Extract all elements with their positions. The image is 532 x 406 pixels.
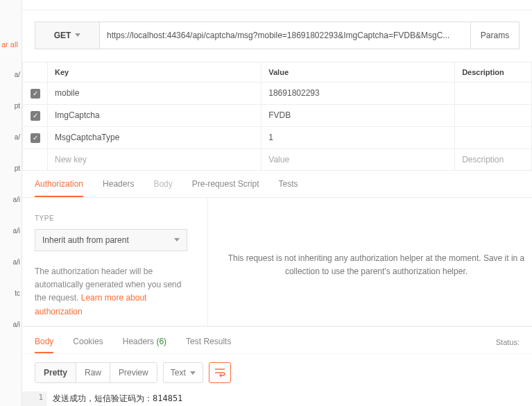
response-content[interactable]: 发送成功，短信验证码为：814851 — [47, 391, 188, 406]
auth-right-message: This request is not inheriting any autho… — [208, 198, 532, 325]
history-item[interactable]: a/i — [0, 319, 22, 330]
history-item[interactable]: pt — [0, 163, 22, 174]
checkbox[interactable]: ✓ — [31, 133, 40, 143]
tab-authorization[interactable]: Authorization — [35, 179, 83, 197]
params-table: Key Value Description ✓ mobile 186918022… — [22, 62, 532, 171]
param-value[interactable]: 1 — [261, 126, 455, 149]
auth-description: The authorization header will be automat… — [35, 265, 195, 319]
desc-header: Description — [455, 62, 532, 82]
request-tabs: Authorization Headers Body Pre-request S… — [22, 171, 532, 198]
param-key-input[interactable]: New key — [48, 149, 261, 170]
value-header: Value — [261, 62, 455, 82]
response-tabs-row: Body Cookies Headers (6) Test Results St… — [22, 326, 532, 353]
wrap-icon — [214, 368, 225, 378]
response-body: 1 发送成功，短信验证码为：814851 — [22, 391, 532, 406]
preview-button[interactable]: Preview — [110, 363, 157, 382]
method-dropdown[interactable]: GET — [35, 22, 100, 49]
history-item[interactable]: a/i — [0, 257, 22, 267]
history-item[interactable]: pt — [0, 101, 22, 111]
wrap-lines-button[interactable] — [209, 362, 231, 383]
param-row: ✓ ImgCaptcha FVDB — [23, 104, 532, 126]
key-header: Key — [48, 62, 261, 82]
auth-left: TYPE Inherit auth from parent The author… — [22, 198, 208, 325]
param-desc[interactable] — [455, 126, 532, 149]
param-key[interactable]: MsgCaptchaType — [48, 126, 261, 149]
top-row — [22, 0, 532, 10]
param-desc[interactable] — [455, 82, 532, 104]
param-desc[interactable] — [455, 104, 532, 126]
resp-tab-testresults[interactable]: Test Results — [186, 331, 231, 353]
checkbox[interactable]: ✓ — [31, 89, 40, 99]
method-label: GET — [54, 31, 71, 40]
checkbox[interactable]: ✓ — [31, 111, 40, 121]
tab-prerequest[interactable]: Pre-request Script — [192, 179, 259, 197]
chevron-down-icon — [75, 33, 80, 37]
checkbox-header — [23, 62, 48, 82]
raw-button[interactable]: Raw — [76, 363, 110, 382]
line-number: 1 — [22, 391, 47, 406]
status-label: Status: — [496, 338, 520, 346]
tab-body[interactable]: Body — [153, 179, 172, 197]
method-url-row: GET https://localhost:44364/api/captcha/… — [22, 10, 532, 62]
tab-tests[interactable]: Tests — [278, 179, 298, 197]
param-row: ✓ MsgCaptchaType 1 — [23, 126, 532, 149]
auth-type-label: TYPE — [35, 214, 195, 222]
chevron-down-icon — [190, 371, 196, 375]
params-button[interactable]: Params — [471, 22, 520, 49]
history-item[interactable]: a/ — [0, 132, 22, 142]
history-item[interactable]: a/i — [0, 194, 22, 205]
tab-headers[interactable]: Headers — [103, 179, 134, 197]
history-item[interactable]: a/ — [0, 69, 22, 80]
main-panel: GET https://localhost:44364/api/captcha/… — [22, 0, 532, 406]
auth-section: TYPE Inherit auth from parent The author… — [22, 198, 532, 325]
param-value-input[interactable]: Value — [261, 149, 455, 170]
resp-tab-cookies[interactable]: Cookies — [73, 331, 103, 353]
param-row: ✓ mobile 18691802293 — [23, 82, 532, 104]
view-mode-group: Pretty Raw Preview — [35, 362, 157, 383]
url-input[interactable]: https://localhost:44364/api/captcha/msg?… — [100, 22, 471, 49]
history-item[interactable]: tc — [0, 288, 22, 298]
response-toolbar: Pretty Raw Preview Text — [22, 353, 532, 391]
param-desc-input[interactable]: Description — [455, 149, 532, 170]
history-item[interactable]: a/i — [0, 226, 22, 236]
chevron-down-icon — [174, 238, 180, 242]
param-value[interactable]: 18691802293 — [261, 82, 455, 104]
param-key[interactable]: mobile — [48, 82, 261, 104]
auth-type-select[interactable]: Inherit auth from parent — [35, 229, 187, 251]
resp-tab-headers[interactable]: Headers (6) — [123, 331, 166, 353]
param-key[interactable]: ImgCaptcha — [48, 104, 261, 126]
param-row-new: New key Value Description — [23, 149, 532, 170]
auth-select-value: Inherit auth from parent — [42, 235, 129, 245]
left-sidebar: ar all a/ pt a/ pt a/i a/i a/i tc a/i — [0, 0, 22, 406]
param-value[interactable]: FVDB — [261, 104, 455, 126]
resp-tab-body[interactable]: Body — [35, 331, 53, 353]
format-dropdown[interactable]: Text — [163, 362, 203, 383]
pretty-button[interactable]: Pretty — [35, 363, 76, 382]
clear-all-link[interactable]: ar all — [0, 37, 22, 49]
